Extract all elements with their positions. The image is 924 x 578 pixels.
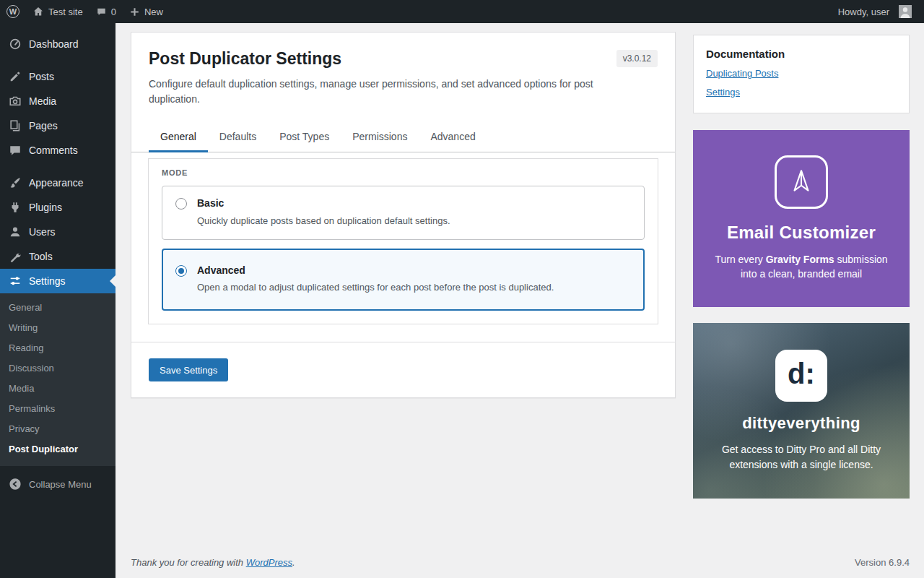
media-icon	[8, 94, 22, 108]
wp-logo-menu[interactable]: W	[0, 0, 26, 23]
sidebar-item-dashboard[interactable]: Dashboard	[0, 32, 116, 56]
sidebar-item-label: Dashboard	[29, 38, 79, 50]
sidebar-item-label: Pages	[29, 120, 58, 131]
submenu-item-media[interactable]: Media	[0, 379, 116, 399]
radio-advanced[interactable]	[175, 265, 187, 277]
sidebar-item-users[interactable]: Users	[0, 220, 116, 244]
tab-advanced[interactable]: Advanced	[419, 121, 487, 152]
appearance-icon	[8, 176, 22, 190]
comments-menu[interactable]: 0	[90, 0, 123, 23]
sidebar-item-pages[interactable]: Pages	[0, 113, 116, 138]
page-title: Post Duplicator Settings	[149, 48, 341, 70]
email-customizer-title: Email Customizer	[727, 223, 876, 243]
tab-content: Mode Basic Quickly duplicate posts based…	[131, 152, 675, 342]
sidebar-item-plugins[interactable]: Plugins	[0, 195, 116, 220]
ditty-text: Get access to Ditty Pro and all Ditty ex…	[722, 442, 881, 472]
wordpress-link[interactable]: WordPress	[246, 557, 292, 568]
sidebar-item-label: Comments	[29, 144, 78, 156]
users-icon	[8, 225, 22, 239]
option-advanced-label: Advanced	[197, 264, 554, 277]
email-customizer-logo-icon	[775, 155, 828, 209]
my-account-menu[interactable]: Howdy, user	[832, 0, 918, 23]
submenu-item-general[interactable]: General	[0, 298, 116, 318]
doc-link-duplicating-posts[interactable]: Duplicating Posts	[706, 68, 897, 79]
posts-icon	[8, 69, 22, 84]
new-content-menu[interactable]: New	[123, 0, 170, 23]
submenu-item-post-duplicator[interactable]: Post Duplicator	[0, 439, 116, 460]
home-icon	[32, 6, 44, 17]
settings-submenu: General Writing Reading Discussion Media…	[0, 293, 116, 466]
footer-version: Version 6.9.4	[855, 557, 910, 568]
tab-post-types[interactable]: Post Types	[268, 121, 341, 152]
radio-basic[interactable]	[175, 198, 187, 210]
sidebar-item-label: Plugins	[29, 202, 62, 213]
settings-card-footer: Save Settings	[131, 342, 675, 397]
option-basic-label: Basic	[197, 197, 450, 210]
site-name-label: Test site	[48, 7, 83, 17]
new-label: New	[144, 7, 163, 17]
sidebar-item-settings[interactable]: Settings	[0, 269, 116, 293]
sidebar-item-label: Users	[29, 226, 56, 238]
ditty-title: dittyeverything	[742, 414, 860, 433]
settings-card-header: Post Duplicator Settings v3.0.12 Configu…	[131, 33, 675, 121]
sidebar-item-comments[interactable]: Comments	[0, 138, 116, 163]
submenu-item-discussion[interactable]: Discussion	[0, 358, 116, 379]
save-settings-button[interactable]: Save Settings	[149, 358, 228, 381]
pages-icon	[8, 118, 22, 133]
comment-bubble-icon	[96, 7, 107, 17]
footer-thankyou: Thank you for creating with WordPress.	[131, 557, 295, 568]
version-badge: v3.0.12	[616, 50, 658, 67]
sidebar-item-label: Posts	[29, 71, 54, 82]
mode-section-heading: Mode	[149, 159, 658, 184]
sidebar-item-label: Appearance	[29, 177, 84, 189]
sidebar-item-posts[interactable]: Posts	[0, 64, 116, 89]
sidebar-item-label: Tools	[29, 251, 53, 262]
admin-footer: Thank you for creating with WordPress. V…	[131, 557, 910, 568]
sidebar-item-appearance[interactable]: Appearance	[0, 171, 116, 195]
option-basic-description: Quickly duplicate posts based on duplica…	[197, 215, 450, 228]
wordpress-logo-icon: W	[6, 5, 19, 18]
email-customizer-text: Turn every Gravity Forms submission into…	[715, 253, 887, 281]
ditty-ad-banner[interactable]: d: dittyeverything Get access to Ditty P…	[693, 323, 910, 499]
comments-count: 0	[111, 7, 116, 17]
sidebar-item-media[interactable]: Media	[0, 89, 116, 113]
howdy-label: Howdy, user	[838, 7, 889, 17]
submenu-item-permalinks[interactable]: Permalinks	[0, 399, 116, 419]
tab-general[interactable]: General	[149, 121, 208, 152]
admin-bar: W Test site 0 New Howdy, user	[0, 0, 924, 23]
sidebar-item-tools[interactable]: Tools	[0, 244, 116, 269]
documentation-title: Documentation	[706, 48, 897, 60]
submenu-item-privacy[interactable]: Privacy	[0, 419, 116, 439]
submenu-item-writing[interactable]: Writing	[0, 318, 116, 338]
mode-option-basic[interactable]: Basic Quickly duplicate posts based on d…	[162, 186, 645, 240]
avatar	[899, 5, 912, 18]
comments-icon	[8, 143, 22, 158]
content-area: Post Duplicator Settings v3.0.12 Configu…	[116, 23, 924, 578]
option-advanced-description: Open a modal to adjust duplicated settin…	[197, 282, 554, 294]
email-customizer-ad-banner[interactable]: Email Customizer Turn every Gravity Form…	[693, 130, 910, 307]
doc-link-settings[interactable]: Settings	[706, 87, 897, 98]
active-menu-arrow	[104, 275, 116, 287]
sidebar-item-label: Settings	[29, 275, 66, 287]
tab-defaults[interactable]: Defaults	[208, 121, 268, 152]
ditty-logo-icon: d:	[775, 350, 827, 402]
collapse-menu-button[interactable]: Collapse Menu	[0, 472, 116, 496]
sidebar: Dashboard Posts Media Pages Comments App…	[0, 23, 116, 578]
collapse-icon	[8, 477, 22, 491]
settings-card: Post Duplicator Settings v3.0.12 Configu…	[131, 32, 676, 398]
site-name-menu[interactable]: Test site	[26, 0, 90, 23]
plus-icon	[129, 7, 140, 17]
page-description: Configure default duplication settings, …	[149, 77, 627, 107]
tools-icon	[8, 249, 22, 264]
collapse-menu-label: Collapse Menu	[29, 479, 92, 490]
documentation-card: Documentation Duplicating Posts Settings	[693, 35, 910, 113]
mode-section: Mode Basic Quickly duplicate posts based…	[148, 158, 658, 324]
settings-icon	[8, 274, 22, 288]
sidebar-item-label: Media	[29, 95, 56, 107]
mode-option-advanced[interactable]: Advanced Open a modal to adjust duplicat…	[162, 249, 645, 311]
settings-tabs: General Defaults Post Types Permissions …	[131, 121, 675, 152]
submenu-item-reading[interactable]: Reading	[0, 338, 116, 358]
dashboard-icon	[8, 37, 22, 51]
plugins-icon	[8, 200, 22, 215]
tab-permissions[interactable]: Permissions	[341, 121, 419, 152]
